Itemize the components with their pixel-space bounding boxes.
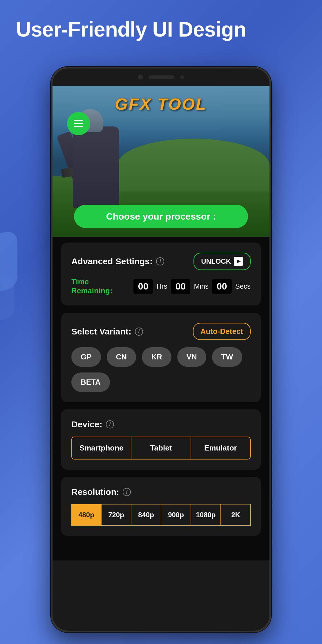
- advanced-settings-title-group: Advanced Settings: i: [71, 256, 164, 266]
- device-info-icon[interactable]: i: [106, 420, 114, 428]
- device-header: Device: i: [71, 419, 251, 429]
- phone-frame: GFX TOOL Choose your processor :: [51, 67, 271, 632]
- settings-area: Advanced Settings: i UNLOCK Time Remaini…: [53, 237, 269, 549]
- advanced-settings-info-icon[interactable]: i: [156, 257, 164, 265]
- variant-gp-button[interactable]: GP: [71, 347, 101, 367]
- device-label: Device:: [71, 419, 102, 429]
- resolution-buttons-group: 480p 720p 840p 900p 1080p 2K: [71, 504, 251, 526]
- device-title-group: Device: i: [71, 419, 114, 429]
- resolution-info-icon[interactable]: i: [123, 488, 131, 496]
- res-1080p-button[interactable]: 1080p: [191, 504, 221, 526]
- res-480p-button[interactable]: 480p: [71, 504, 101, 526]
- app-logo-text: GFX TOOL: [115, 95, 207, 113]
- choose-processor-button[interactable]: Choose your processor :: [74, 205, 248, 228]
- res-900p-button[interactable]: 900p: [161, 504, 191, 526]
- select-variant-info-icon[interactable]: i: [135, 328, 143, 336]
- phone-top-bar: [53, 68, 269, 86]
- mins-unit: Mins: [194, 282, 209, 290]
- mins-display: 00: [171, 279, 191, 294]
- device-card: Device: i Smartphone Tablet Emulator: [61, 409, 261, 470]
- res-720p-button[interactable]: 720p: [101, 504, 131, 526]
- resolution-card: Resolution: i 480p 720p 840p 900p 1080p …: [61, 477, 261, 536]
- decorative-shape-left2: [0, 274, 15, 321]
- resolution-title-group: Resolution: i: [71, 487, 131, 497]
- advanced-settings-label: Advanced Settings:: [71, 256, 153, 266]
- select-variant-header: Select Variant: i Auto-Detect: [71, 323, 251, 340]
- unlock-button[interactable]: UNLOCK: [193, 253, 251, 270]
- page-title: User-Friendly UI Design: [16, 17, 246, 41]
- secs-display: 00: [212, 279, 232, 294]
- select-variant-card: Select Variant: i Auto-Detect GP CN KR V…: [61, 313, 261, 402]
- secs-unit: Secs: [235, 282, 251, 290]
- time-remaining-row: Time Remaining: 00 Hrs 00 Mins 00 Secs: [71, 277, 251, 295]
- device-buttons-group: Smartphone Tablet Emulator: [71, 437, 251, 460]
- device-smartphone-button[interactable]: Smartphone: [72, 437, 131, 459]
- unlock-label: UNLOCK: [201, 257, 231, 265]
- choose-processor-label: Choose your processor :: [106, 211, 216, 222]
- hrs-unit: Hrs: [156, 282, 167, 290]
- variant-buttons-group: GP CN KR VN TW BETA: [71, 347, 251, 392]
- time-remaining-label: Time Remaining:: [71, 277, 130, 295]
- device-tablet-button[interactable]: Tablet: [131, 437, 191, 459]
- variant-vn-button[interactable]: VN: [177, 347, 206, 367]
- info-symbol: i: [160, 258, 161, 265]
- advanced-settings-card: Advanced Settings: i UNLOCK Time Remaini…: [61, 243, 261, 305]
- hamburger-icon: [74, 120, 83, 127]
- info-symbol-device: i: [109, 422, 111, 428]
- front-camera: [138, 75, 143, 79]
- advanced-settings-header: Advanced Settings: i UNLOCK: [71, 253, 251, 270]
- variant-cn-button[interactable]: CN: [107, 347, 136, 367]
- info-symbol-variant: i: [138, 328, 140, 334]
- variant-tw-button[interactable]: TW: [212, 347, 242, 367]
- select-variant-label: Select Variant:: [71, 327, 131, 337]
- menu-line-3: [74, 126, 83, 127]
- info-symbol-res: i: [126, 489, 127, 495]
- auto-detect-label: Auto-Detect: [200, 327, 243, 336]
- resolution-label: Resolution:: [71, 487, 119, 497]
- res-840p-button[interactable]: 840p: [131, 504, 161, 526]
- proximity-sensor: [180, 75, 184, 79]
- char-body: [73, 126, 119, 208]
- variant-beta-button[interactable]: BETA: [71, 372, 110, 392]
- device-emulator-button[interactable]: Emulator: [191, 437, 250, 459]
- menu-button[interactable]: [67, 112, 90, 135]
- hero-banner: GFX TOOL Choose your processor :: [53, 86, 269, 237]
- menu-line-2: [74, 123, 83, 124]
- menu-line-1: [74, 120, 83, 121]
- hours-display: 00: [133, 279, 153, 294]
- play-triangle: [237, 259, 241, 263]
- variant-kr-button[interactable]: KR: [142, 347, 171, 367]
- auto-detect-button[interactable]: Auto-Detect: [193, 323, 251, 340]
- resolution-header: Resolution: i: [71, 487, 251, 497]
- select-variant-title-group: Select Variant: i: [71, 327, 143, 337]
- play-icon: [234, 257, 243, 266]
- res-2k-button[interactable]: 2K: [221, 504, 251, 526]
- earpiece-speaker: [149, 75, 175, 79]
- phone-screen: GFX TOOL Choose your processor :: [53, 86, 269, 560]
